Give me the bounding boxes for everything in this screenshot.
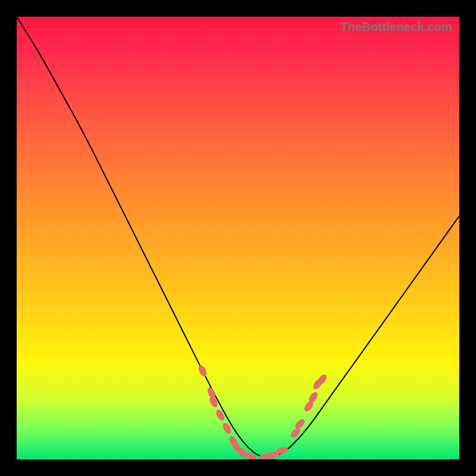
chart-overlay (17, 17, 459, 459)
plot-area: TheBottleneck.com (17, 17, 459, 459)
marker-point (245, 450, 258, 459)
chart-frame: TheBottleneck.com (0, 0, 476, 476)
bottleneck-curve (17, 17, 459, 458)
marker-point (208, 395, 220, 409)
marker-point (215, 408, 226, 422)
marker-point (293, 418, 306, 431)
marker-point (197, 364, 208, 378)
marker-group (197, 364, 328, 459)
